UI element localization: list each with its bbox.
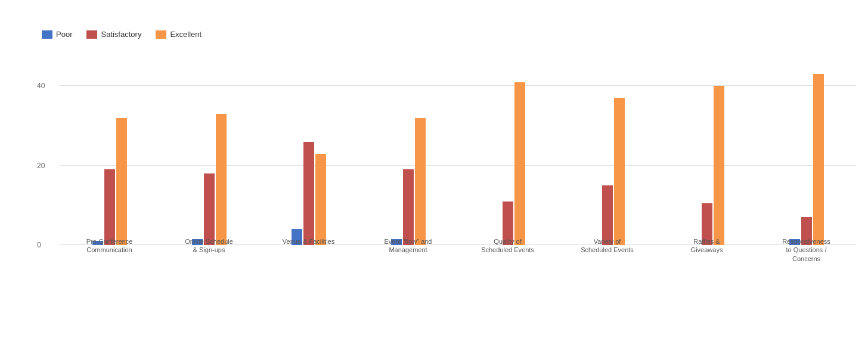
x-label-1: Online Schedule& Sign-ups bbox=[159, 237, 259, 263]
bar-excellent-0 bbox=[116, 118, 127, 245]
bar-excellent-3 bbox=[415, 118, 426, 245]
bar-group-4 bbox=[458, 82, 557, 245]
bar-satisfactory-5 bbox=[602, 185, 613, 245]
bar-group-1 bbox=[159, 114, 259, 245]
bar-excellent-2 bbox=[315, 154, 326, 245]
bar-excellent-1 bbox=[216, 114, 227, 245]
legend-color-excellent bbox=[156, 30, 166, 39]
bar-satisfactory-3 bbox=[403, 169, 414, 245]
bar-group-7 bbox=[757, 74, 856, 245]
legend-item-poor: Poor bbox=[42, 30, 72, 39]
y-axis-label-20: 20 bbox=[37, 162, 45, 170]
y-axis-label-0: 0 bbox=[37, 241, 41, 249]
bar-excellent-5 bbox=[614, 98, 625, 245]
bar-satisfactory-1 bbox=[204, 173, 215, 245]
x-labels: Pre-ConferenceCommunicationOnline Schedu… bbox=[60, 237, 856, 263]
x-label-7: Responsivenessto Questions /Concerns bbox=[757, 237, 856, 263]
bar-excellent-7 bbox=[813, 74, 824, 245]
legend-label-excellent: Excellent bbox=[170, 30, 202, 39]
bar-group-2 bbox=[259, 142, 358, 245]
y-axis-label-40: 40 bbox=[37, 82, 45, 90]
bar-group-3 bbox=[358, 118, 458, 245]
legend: PoorSatisfactoryExcellent bbox=[42, 30, 856, 39]
bar-excellent-4 bbox=[514, 82, 525, 245]
x-label-5: Variety ofScheduled Events bbox=[557, 237, 657, 263]
bar-group-5 bbox=[557, 98, 657, 245]
legend-label-satisfactory: Satisfactory bbox=[101, 30, 141, 39]
x-label-4: Quality ofScheduled Events bbox=[458, 237, 557, 263]
x-label-6: Raffles &Giveaways bbox=[657, 237, 757, 263]
bar-satisfactory-0 bbox=[104, 169, 115, 245]
x-label-3: Event "flow" andManagement bbox=[358, 237, 458, 263]
bar-group-6 bbox=[657, 86, 757, 245]
bar-excellent-6 bbox=[714, 86, 724, 245]
chart-area: 02040 Pre-ConferenceCommunicationOnline … bbox=[36, 48, 856, 263]
legend-item-satisfactory: Satisfactory bbox=[86, 30, 141, 39]
legend-label-poor: Poor bbox=[56, 30, 72, 39]
bar-group-0 bbox=[60, 118, 159, 245]
chart-container: PoorSatisfactoryExcellent 02040 Pre-Conf… bbox=[0, 0, 868, 338]
legend-item-excellent: Excellent bbox=[156, 30, 202, 39]
legend-color-poor bbox=[42, 30, 52, 39]
legend-color-satisfactory bbox=[86, 30, 97, 39]
x-label-2: Venue & Facilities bbox=[259, 237, 358, 263]
bar-satisfactory-2 bbox=[303, 142, 314, 245]
x-label-0: Pre-ConferenceCommunication bbox=[60, 237, 159, 263]
bars-container bbox=[60, 48, 856, 245]
